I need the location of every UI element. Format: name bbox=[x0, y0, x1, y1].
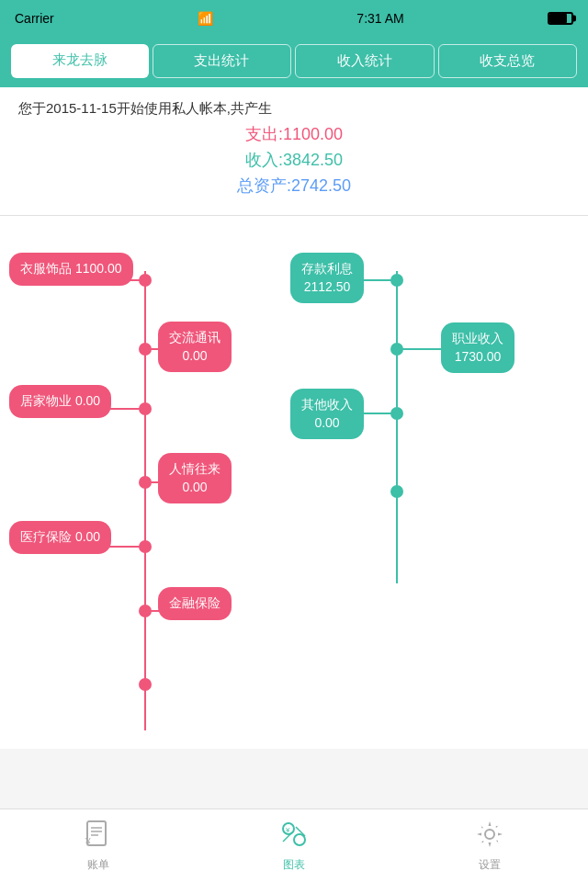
bubble-交流通讯[interactable]: 交流通讯0.00 bbox=[158, 322, 232, 372]
tab-账单-label: 账单 bbox=[87, 857, 109, 873]
bubble-人情往来[interactable]: 人情往来0.00 bbox=[158, 453, 232, 503]
svg-point-32 bbox=[485, 830, 494, 839]
svg-point-18 bbox=[390, 485, 403, 498]
bubble-职业收入[interactable]: 职业收入1730.00 bbox=[441, 322, 514, 373]
bubble-居家物业[interactable]: 居家物业 0.00 bbox=[9, 385, 111, 418]
tab-设置[interactable]: 设置 bbox=[392, 820, 588, 873]
设置-icon bbox=[475, 820, 504, 854]
time-label: 7:31 AM bbox=[356, 11, 403, 26]
svg-point-28 bbox=[294, 834, 305, 845]
summary-expense: 支出:1100.00 bbox=[18, 123, 570, 145]
top-tab-bar: 来龙去脉 支出统计 收入统计 收支总览 bbox=[0, 37, 588, 87]
tab-收支总览[interactable]: 收支总览 bbox=[438, 44, 578, 78]
summary-income: 收入:3842.50 bbox=[18, 149, 570, 171]
summary-section: 您于2015-11-15开始使用私人帐本,共产生 支出:1100.00 收入:3… bbox=[0, 87, 588, 216]
tab-支出统计[interactable]: 支出统计 bbox=[153, 44, 292, 78]
tab-图表-label: 图表 bbox=[283, 857, 305, 873]
bubble-医疗保险[interactable]: 医疗保险 0.00 bbox=[9, 521, 111, 554]
summary-description: 您于2015-11-15开始使用私人帐本,共产生 bbox=[18, 100, 570, 118]
tab-收入统计[interactable]: 收入统计 bbox=[295, 44, 435, 78]
bottom-tab-bar: ¥ 账单 ¥ 图表 bbox=[0, 808, 588, 882]
battery-icon bbox=[548, 12, 573, 25]
tab-账单[interactable]: ¥ 账单 bbox=[0, 820, 196, 873]
bubble-其他收入[interactable]: 其他收入0.00 bbox=[290, 389, 364, 439]
summary-total: 总资产:2742.50 bbox=[18, 175, 570, 197]
tab-设置-label: 设置 bbox=[479, 857, 501, 873]
tab-来龙去脉[interactable]: 来龙去脉 bbox=[11, 44, 149, 78]
tab-图表[interactable]: ¥ 图表 bbox=[196, 820, 391, 873]
chart-area: 衣服饰品 1100.00 居家物业 0.00 医疗保险 0.00 交流通讯0.0… bbox=[0, 216, 588, 749]
status-bar: Carrier 📶 7:31 AM bbox=[0, 0, 588, 37]
账单-icon: ¥ bbox=[84, 820, 113, 854]
bubble-衣服饰品[interactable]: 衣服饰品 1100.00 bbox=[9, 253, 133, 286]
wifi-icon: 📶 bbox=[198, 11, 213, 26]
svg-text:¥: ¥ bbox=[285, 826, 290, 834]
图表-icon: ¥ bbox=[279, 820, 309, 854]
svg-text:¥: ¥ bbox=[85, 837, 91, 847]
bubble-存款利息[interactable]: 存款利息2112.50 bbox=[290, 253, 364, 303]
svg-point-7 bbox=[139, 678, 152, 691]
carrier-label: Carrier bbox=[15, 11, 54, 26]
bubble-金融保险[interactable]: 金融保险 bbox=[158, 587, 232, 620]
